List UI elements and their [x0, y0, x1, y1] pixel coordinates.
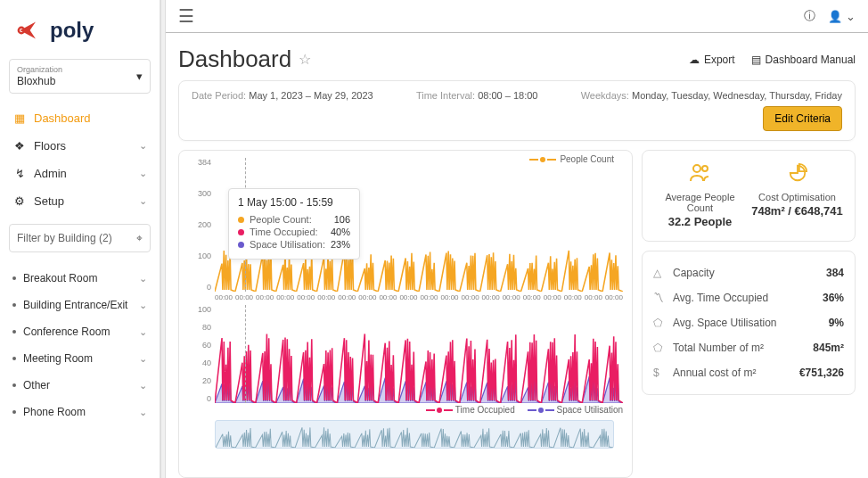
stat-total: ⬠Total Number of m²845m² — [653, 335, 844, 360]
stat-annual: $Annual cost of m²€751,326 — [653, 360, 844, 385]
stat-time-value: 36% — [823, 292, 844, 304]
organization-select[interactable]: Organization Bloxhub ▾ — [9, 59, 151, 94]
stat-capacity: △Capacity384 — [653, 260, 844, 285]
org-label: Organization — [17, 65, 62, 74]
stat-total-value: 845m² — [813, 342, 844, 354]
time-label: Time Interval: — [416, 90, 475, 101]
filter-label: Filter by Building (2) — [17, 232, 112, 244]
filter-label-meeting: Meeting Room — [23, 352, 93, 365]
y-axis-2: 100806040200 — [190, 305, 211, 403]
sidebar-item-admin[interactable]: ↯Admin ⌄ — [0, 160, 160, 187]
filter-building[interactable]: Filter by Building (2) ⌖ — [9, 224, 151, 252]
help-icon[interactable]: ⓘ — [804, 8, 815, 24]
edit-criteria-button[interactable]: Edit Criteria — [763, 106, 842, 131]
tooltip-title: 1 May 15:00 - 15:59 — [238, 196, 350, 209]
manual-label: Dashboard Manual — [766, 54, 856, 66]
hamburger-icon[interactable]: ☰ — [178, 5, 194, 27]
stat-time: 〽Avg. Time Occupied36% — [653, 285, 844, 310]
chevron-down-icon: ⌄ — [139, 168, 147, 179]
chart-tooltip: 1 May 15:00 - 15:59 People Count:106 Tim… — [228, 188, 360, 260]
kpi-cost-value: 748m² / €648,741 — [749, 204, 846, 218]
chevron-down-icon: ⌄ — [139, 140, 147, 152]
document-icon: ▤ — [751, 54, 761, 66]
export-button[interactable]: ☁Export — [689, 54, 735, 66]
floors-icon: ❖ — [12, 139, 27, 152]
pin-icon: ⌖ — [136, 232, 143, 244]
sidebar-label-dashboard: Dashboard — [34, 111, 91, 125]
sidebar-item-dashboard[interactable]: ▦Dashboard — [0, 104, 160, 132]
criteria-card: Date Period: May 1, 2023 – May 29, 2023 … — [178, 80, 856, 141]
stat-space-label: Avg. Space Utilisation — [673, 317, 777, 329]
filter-item-conference[interactable]: Conference Room⌄ — [0, 318, 160, 345]
kpi-cost-label: Cost Optimisation — [749, 192, 846, 202]
filter-item-phone[interactable]: Phone Room⌄ — [0, 399, 160, 425]
date-label: Date Period: — [192, 90, 246, 101]
stat-space-value: 9% — [829, 317, 844, 329]
sidebar-label-setup: Setup — [34, 194, 64, 208]
legend-time-label: Time Occupied — [455, 405, 515, 415]
chart-occupancy[interactable]: 100806040200 — [215, 305, 623, 403]
kpi-card: Average People Count 32.2 People Cost Op… — [642, 150, 856, 242]
filter-item-other[interactable]: Other⌄ — [0, 372, 160, 399]
filter-item-meeting[interactable]: Meeting Room⌄ — [0, 345, 160, 372]
chevron-down-icon: ⌄ — [139, 195, 147, 207]
setup-icon: ⚙ — [12, 194, 27, 208]
filter-label-other: Other — [23, 379, 50, 391]
tt-people-label: People Count: — [250, 214, 312, 225]
y-axis-1: 3843002001000 — [190, 158, 211, 292]
user-menu[interactable]: 👤 ⌄ — [828, 10, 856, 23]
people-icon — [651, 163, 749, 188]
sidebar-label-admin: Admin — [34, 167, 67, 180]
stat-annual-label: Annual cost of m² — [673, 367, 756, 379]
stat-total-label: Total Number of m² — [673, 342, 764, 354]
x-axis-1: 00:0000:0000:0000:0000:0000:0000:0000:00… — [215, 293, 623, 301]
svg-point-1 — [693, 165, 700, 172]
stats-card: △Capacity384 〽Avg. Time Occupied36% ⬠Avg… — [642, 251, 856, 395]
topbar: ☰ ⓘ 👤 ⌄ — [166, 0, 868, 33]
trend-icon: 〽 — [653, 292, 666, 304]
page-title-text: Dashboard — [178, 45, 291, 73]
occupancy-spark — [215, 305, 623, 403]
stat-capacity-label: Capacity — [673, 267, 715, 279]
manual-button[interactable]: ▤Dashboard Manual — [751, 54, 856, 66]
sidebar: poly Organization Bloxhub ▾ ▦Dashboard ❖… — [0, 0, 160, 478]
filter-label-breakout: Breakout Room — [23, 272, 97, 284]
tt-time-label: Time Occupied: — [250, 227, 318, 237]
stat-annual-value: €751,326 — [799, 367, 844, 379]
favorite-star-icon[interactable]: ☆ — [299, 51, 311, 68]
filter-label-conference: Conference Room — [23, 326, 110, 338]
dashboard-icon: ▦ — [12, 111, 27, 125]
sidebar-label-floors: Floors — [34, 139, 66, 152]
filter-label-entrance: Building Entrance/Exit — [23, 299, 127, 311]
admin-icon: ↯ — [12, 167, 27, 180]
poly-logo-icon — [14, 16, 43, 45]
chevron-down-icon: ⌄ — [139, 326, 147, 338]
chevron-down-icon: ⌄ — [139, 380, 147, 391]
legend-bottom: Time Occupied Space Utilisation — [188, 405, 623, 415]
kpi-cost-opt: Cost Optimisation 748m² / €648,741 — [749, 163, 846, 228]
sidebar-item-setup[interactable]: ⚙Setup ⌄ — [0, 187, 160, 215]
chevron-down-icon: ⌄ — [139, 273, 147, 284]
chart-card: People Count 1 May 15:00 - 15:59 People … — [178, 150, 633, 478]
filter-item-breakout[interactable]: Breakout Room⌄ — [0, 265, 160, 292]
brand-text: poly — [50, 18, 94, 43]
tt-space-label: Space Utilisation: — [250, 239, 325, 250]
page-title: Dashboard ☆ — [178, 45, 311, 73]
filter-item-entrance[interactable]: Building Entrance/Exit⌄ — [0, 292, 160, 318]
cursor-line — [245, 305, 246, 403]
chevron-down-icon: ⌄ — [139, 300, 147, 311]
kpi-avg-label: Average People Count — [651, 192, 749, 213]
legend-space-label: Space Utilisation — [557, 405, 623, 415]
week-label: Weekdays: — [581, 90, 629, 101]
time-value: 08:00 – 18:00 — [478, 90, 537, 101]
export-label: Export — [704, 54, 735, 66]
tt-space-value: 23% — [331, 239, 350, 250]
overview-spark — [216, 421, 613, 448]
sidebar-item-floors[interactable]: ❖Floors ⌄ — [0, 132, 160, 160]
tt-people-value: 106 — [334, 214, 350, 225]
stat-capacity-value: 384 — [826, 267, 844, 279]
chevron-down-icon: ▾ — [136, 70, 143, 83]
tt-time-value: 40% — [331, 227, 350, 237]
chevron-down-icon: ⌄ — [139, 353, 147, 365]
chart-overview-scrubber[interactable] — [215, 420, 614, 449]
